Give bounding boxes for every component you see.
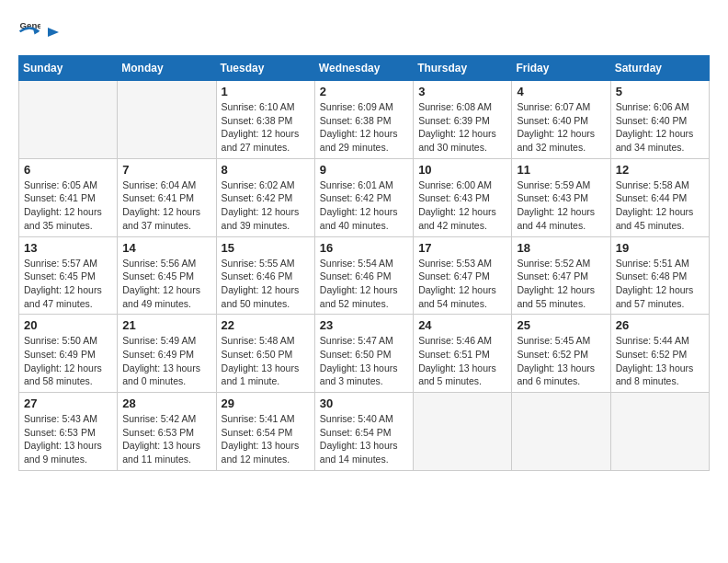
- calendar-cell: 29Sunrise: 5:41 AM Sunset: 6:54 PM Dayli…: [216, 393, 314, 471]
- day-number: 10: [418, 163, 506, 177]
- calendar-cell: 15Sunrise: 5:55 AM Sunset: 6:46 PM Dayli…: [216, 236, 314, 315]
- day-number: 8: [222, 163, 310, 177]
- day-info: Sunrise: 5:50 AM Sunset: 6:49 PM Dayligh…: [24, 334, 112, 388]
- day-info: Sunrise: 5:48 AM Sunset: 6:50 PM Dayligh…: [222, 334, 310, 388]
- day-number: 22: [222, 318, 310, 332]
- calendar-cell: 16Sunrise: 5:54 AM Sunset: 6:46 PM Dayli…: [314, 236, 413, 315]
- day-info: Sunrise: 6:04 AM Sunset: 6:41 PM Dayligh…: [122, 178, 210, 233]
- calendar-cell: [414, 393, 512, 471]
- day-number: 11: [517, 163, 605, 177]
- calendar-week-row: 20Sunrise: 5:50 AM Sunset: 6:49 PM Dayli…: [19, 315, 710, 393]
- day-number: 12: [616, 163, 704, 177]
- weekday-header: Monday: [118, 56, 216, 81]
- weekday-header: Friday: [512, 56, 610, 81]
- calendar-cell: 10Sunrise: 6:00 AM Sunset: 6:43 PM Dayli…: [414, 158, 512, 236]
- day-info: Sunrise: 5:58 AM Sunset: 6:44 PM Dayligh…: [616, 178, 704, 233]
- day-number: 19: [616, 241, 704, 255]
- calendar-cell: 2Sunrise: 6:09 AM Sunset: 6:38 PM Daylig…: [314, 81, 413, 159]
- day-info: Sunrise: 6:06 AM Sunset: 6:40 PM Dayligh…: [616, 100, 704, 155]
- calendar-cell: [610, 393, 709, 471]
- day-info: Sunrise: 5:44 AM Sunset: 6:52 PM Dayligh…: [616, 334, 704, 388]
- day-number: 27: [24, 396, 112, 410]
- day-number: 3: [418, 85, 506, 98]
- calendar-cell: [19, 81, 118, 159]
- day-info: Sunrise: 5:49 AM Sunset: 6:49 PM Dayligh…: [122, 334, 210, 388]
- weekday-header: Tuesday: [216, 56, 314, 81]
- calendar-cell: 7Sunrise: 6:04 AM Sunset: 6:41 PM Daylig…: [118, 158, 216, 236]
- day-number: 20: [24, 318, 112, 332]
- page-header: General: [18, 18, 710, 40]
- day-info: Sunrise: 5:55 AM Sunset: 6:46 PM Dayligh…: [222, 257, 310, 311]
- day-info: Sunrise: 5:45 AM Sunset: 6:52 PM Dayligh…: [517, 334, 605, 388]
- calendar-cell: 9Sunrise: 6:01 AM Sunset: 6:42 PM Daylig…: [314, 158, 413, 236]
- calendar-cell: 26Sunrise: 5:44 AM Sunset: 6:52 PM Dayli…: [610, 315, 709, 393]
- day-number: 17: [418, 241, 506, 255]
- day-number: 30: [320, 396, 408, 410]
- calendar-cell: 23Sunrise: 5:47 AM Sunset: 6:50 PM Dayli…: [314, 315, 413, 393]
- weekday-header: Thursday: [414, 56, 512, 81]
- calendar-cell: 27Sunrise: 5:43 AM Sunset: 6:53 PM Dayli…: [19, 393, 118, 471]
- calendar-cell: 13Sunrise: 5:57 AM Sunset: 6:45 PM Dayli…: [19, 236, 118, 315]
- day-info: Sunrise: 5:54 AM Sunset: 6:46 PM Dayligh…: [320, 257, 408, 311]
- day-info: Sunrise: 5:57 AM Sunset: 6:45 PM Dayligh…: [24, 257, 112, 311]
- calendar-cell: [512, 393, 610, 471]
- day-number: 25: [517, 318, 605, 332]
- calendar-cell: 1Sunrise: 6:10 AM Sunset: 6:38 PM Daylig…: [216, 81, 314, 159]
- day-info: Sunrise: 5:56 AM Sunset: 6:45 PM Dayligh…: [122, 257, 210, 311]
- day-number: 2: [320, 85, 408, 98]
- day-info: Sunrise: 6:07 AM Sunset: 6:40 PM Dayligh…: [517, 100, 605, 155]
- day-info: Sunrise: 6:01 AM Sunset: 6:42 PM Dayligh…: [320, 178, 408, 233]
- day-info: Sunrise: 6:00 AM Sunset: 6:43 PM Dayligh…: [418, 178, 506, 233]
- day-number: 23: [320, 318, 408, 332]
- weekday-header: Saturday: [610, 56, 709, 81]
- day-info: Sunrise: 5:52 AM Sunset: 6:47 PM Dayligh…: [517, 257, 605, 311]
- day-info: Sunrise: 5:41 AM Sunset: 6:54 PM Dayligh…: [222, 412, 310, 466]
- logo: General: [18, 18, 63, 40]
- day-info: Sunrise: 6:02 AM Sunset: 6:42 PM Dayligh…: [222, 178, 310, 233]
- weekday-header: Sunday: [19, 56, 118, 81]
- calendar-cell: 12Sunrise: 5:58 AM Sunset: 6:44 PM Dayli…: [610, 158, 709, 236]
- calendar-cell: 24Sunrise: 5:46 AM Sunset: 6:51 PM Dayli…: [414, 315, 512, 393]
- calendar-cell: [118, 81, 216, 159]
- day-number: 14: [122, 241, 210, 255]
- calendar-cell: 21Sunrise: 5:49 AM Sunset: 6:49 PM Dayli…: [118, 315, 216, 393]
- calendar-cell: 11Sunrise: 5:59 AM Sunset: 6:43 PM Dayli…: [512, 158, 610, 236]
- day-number: 7: [122, 163, 210, 177]
- calendar-week-row: 1Sunrise: 6:10 AM Sunset: 6:38 PM Daylig…: [19, 81, 710, 159]
- day-info: Sunrise: 5:43 AM Sunset: 6:53 PM Dayligh…: [24, 412, 112, 466]
- calendar-header-row: SundayMondayTuesdayWednesdayThursdayFrid…: [19, 56, 710, 81]
- day-info: Sunrise: 5:51 AM Sunset: 6:48 PM Dayligh…: [616, 257, 704, 311]
- day-number: 26: [616, 318, 704, 332]
- weekday-header: Wednesday: [314, 56, 413, 81]
- logo-arrow-icon: [44, 23, 63, 41]
- calendar-cell: 4Sunrise: 6:07 AM Sunset: 6:40 PM Daylig…: [512, 81, 610, 159]
- day-number: 18: [517, 241, 605, 255]
- calendar-week-row: 13Sunrise: 5:57 AM Sunset: 6:45 PM Dayli…: [19, 236, 710, 315]
- svg-marker-2: [48, 28, 59, 37]
- day-info: Sunrise: 6:10 AM Sunset: 6:38 PM Dayligh…: [222, 100, 310, 155]
- day-number: 9: [320, 163, 408, 177]
- day-number: 13: [24, 241, 112, 255]
- logo-icon: General: [18, 18, 40, 40]
- day-info: Sunrise: 5:47 AM Sunset: 6:50 PM Dayligh…: [320, 334, 408, 388]
- calendar-cell: 22Sunrise: 5:48 AM Sunset: 6:50 PM Dayli…: [216, 315, 314, 393]
- day-number: 5: [616, 85, 704, 98]
- day-number: 6: [24, 163, 112, 177]
- day-info: Sunrise: 5:53 AM Sunset: 6:47 PM Dayligh…: [418, 257, 506, 311]
- calendar-table: SundayMondayTuesdayWednesdayThursdayFrid…: [18, 55, 710, 471]
- calendar-cell: 20Sunrise: 5:50 AM Sunset: 6:49 PM Dayli…: [19, 315, 118, 393]
- day-info: Sunrise: 5:42 AM Sunset: 6:53 PM Dayligh…: [122, 412, 210, 466]
- calendar-week-row: 6Sunrise: 6:05 AM Sunset: 6:41 PM Daylig…: [19, 158, 710, 236]
- calendar-cell: 30Sunrise: 5:40 AM Sunset: 6:54 PM Dayli…: [314, 393, 413, 471]
- day-info: Sunrise: 5:59 AM Sunset: 6:43 PM Dayligh…: [517, 178, 605, 233]
- calendar-cell: 3Sunrise: 6:08 AM Sunset: 6:39 PM Daylig…: [414, 81, 512, 159]
- day-info: Sunrise: 5:46 AM Sunset: 6:51 PM Dayligh…: [418, 334, 506, 388]
- day-number: 16: [320, 241, 408, 255]
- day-info: Sunrise: 5:40 AM Sunset: 6:54 PM Dayligh…: [320, 412, 408, 466]
- calendar-cell: 8Sunrise: 6:02 AM Sunset: 6:42 PM Daylig…: [216, 158, 314, 236]
- day-number: 29: [222, 396, 310, 410]
- calendar-cell: 5Sunrise: 6:06 AM Sunset: 6:40 PM Daylig…: [610, 81, 709, 159]
- calendar-week-row: 27Sunrise: 5:43 AM Sunset: 6:53 PM Dayli…: [19, 393, 710, 471]
- day-number: 28: [122, 396, 210, 410]
- day-info: Sunrise: 6:05 AM Sunset: 6:41 PM Dayligh…: [24, 178, 112, 233]
